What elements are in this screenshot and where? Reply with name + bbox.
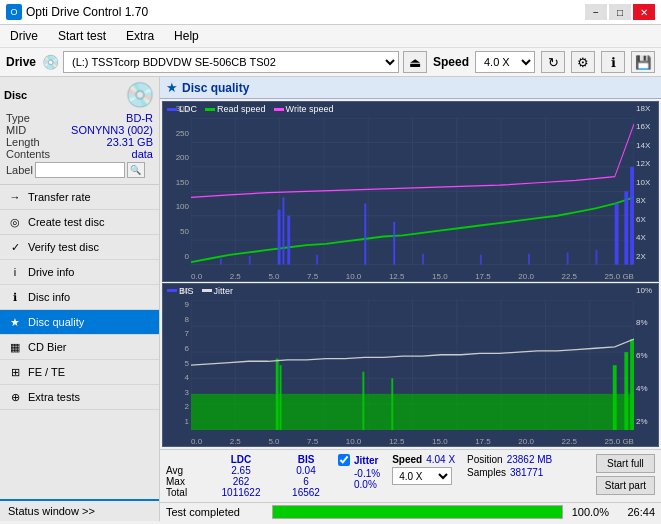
speed-select[interactable]: 4.0 X <box>392 467 452 485</box>
menu-start-test[interactable]: Start test <box>52 27 112 45</box>
type-label: Type <box>6 112 30 124</box>
sidebar: Disc 💿 Type BD-R MID SONYNN3 (002) Lengt… <box>0 77 160 521</box>
start-part-button[interactable]: Start part <box>596 476 655 495</box>
save-button[interactable]: 💾 <box>631 51 655 73</box>
svg-rect-23 <box>220 259 222 265</box>
close-button[interactable]: ✕ <box>633 4 655 20</box>
total-bis: 16562 <box>286 487 326 498</box>
ldc-chart: LDC Read speed Write speed 300 250 200 <box>162 101 659 282</box>
settings-button[interactable]: ⚙ <box>571 51 595 73</box>
svg-rect-51 <box>191 393 634 430</box>
extra-tests-icon: ⊕ <box>8 390 22 404</box>
svg-rect-58 <box>630 339 634 430</box>
disc-quality-icon: ★ <box>8 315 22 329</box>
nav-create-test-disc[interactable]: ◎ Create test disc <box>0 210 159 235</box>
svg-rect-30 <box>595 250 597 265</box>
verify-test-disc-icon: ✓ <box>8 240 22 254</box>
info-button[interactable]: ℹ <box>601 51 625 73</box>
svg-rect-26 <box>422 254 424 265</box>
avg-bis: 0.04 <box>286 465 326 476</box>
chart2-y-axis-right: 10% 8% 6% 4% 2% <box>634 284 658 428</box>
status-window-label: Status window >> <box>8 505 95 517</box>
samples-label: Samples <box>467 467 506 478</box>
nav-disc-info[interactable]: ℹ Disc info <box>0 285 159 310</box>
jitter-checkbox[interactable] <box>338 454 350 466</box>
nav-transfer-rate[interactable]: → Transfer rate <box>0 185 159 210</box>
drive-icon: 💿 <box>42 54 59 70</box>
length-value: 23.31 GB <box>107 136 153 148</box>
nav-drive-info[interactable]: i Drive info <box>0 260 159 285</box>
progress-bar <box>273 506 562 518</box>
app-icon: O <box>6 4 22 20</box>
nav-disc-quality-label: Disc quality <box>28 316 84 328</box>
refresh-button[interactable]: ↻ <box>541 51 565 73</box>
contents-label: Contents <box>6 148 50 160</box>
nav-cd-bier[interactable]: ▦ CD Bier <box>0 335 159 360</box>
nav-extra-tests[interactable]: ⊕ Extra tests <box>0 385 159 410</box>
ldc-legend-label: LDC <box>179 104 197 114</box>
nav-extra-tests-label: Extra tests <box>28 391 80 403</box>
menubar: Drive Start test Extra Help <box>0 25 661 48</box>
nav-fe-te[interactable]: ⊞ FE / TE <box>0 360 159 385</box>
chart1-y-axis-right: 18X 16X 14X 12X 10X 8X 6X 4X 2X <box>634 102 658 263</box>
mid-label: MID <box>6 124 26 136</box>
disc-info-icon: ℹ <box>8 290 22 304</box>
drive-dropdown[interactable]: (L:) TSSTcorp BDDVDW SE-506CB TS02 <box>63 51 399 73</box>
eject-button[interactable]: ⏏ <box>403 51 427 73</box>
titlebar: O Opti Drive Control 1.70 − □ ✕ <box>0 0 661 25</box>
create-test-disc-icon: ◎ <box>8 215 22 229</box>
chart2-legend: BIS Jitter <box>167 286 233 296</box>
chart2-inner <box>191 300 634 430</box>
max-bis: 6 <box>286 476 326 487</box>
toolbar: Drive 💿 (L:) TSSTcorp BDDVDW SE-506CB TS… <box>0 48 661 77</box>
label-search-button[interactable]: 🔍 <box>127 162 145 178</box>
svg-rect-20 <box>287 216 290 265</box>
speed-dropdown[interactable]: 4.0 X <box>475 51 535 73</box>
svg-rect-28 <box>528 254 530 265</box>
position-section: Position 23862 MB Samples 381771 <box>467 454 552 478</box>
start-full-button[interactable]: Start full <box>596 454 655 473</box>
svg-rect-55 <box>391 378 393 430</box>
position-label: Position <box>467 454 503 465</box>
max-jitter: 0.0% <box>354 479 380 490</box>
svg-rect-52 <box>276 358 279 430</box>
jitter-header: Jitter <box>354 455 378 466</box>
chart2-x-axis: 0.0 2.5 5.0 7.5 10.0 12.5 15.0 17.5 20.0… <box>191 437 634 446</box>
maximize-button[interactable]: □ <box>609 4 631 20</box>
svg-rect-32 <box>624 191 628 264</box>
minimize-button[interactable]: − <box>585 4 607 20</box>
fe-te-icon: ⊞ <box>8 365 22 379</box>
disc-header: Disc <box>4 89 27 101</box>
chart1-y-axis-left: 300 250 200 150 100 50 0 <box>163 102 191 263</box>
svg-rect-22 <box>393 222 395 265</box>
nav-verify-test-disc[interactable]: ✓ Verify test disc <box>0 235 159 260</box>
disc-icon: 💿 <box>125 81 155 109</box>
svg-rect-24 <box>249 256 251 265</box>
chart1-x-axis: 0.0 2.5 5.0 7.5 10.0 12.5 15.0 17.5 20.0… <box>191 272 634 281</box>
svg-rect-21 <box>364 204 366 265</box>
ldc-bis-table: LDC BIS Avg 2.65 0.04 Max 262 6 Total <box>166 454 326 498</box>
main-layout: Disc 💿 Type BD-R MID SONYNN3 (002) Lengt… <box>0 77 661 521</box>
svg-rect-54 <box>362 371 364 430</box>
nav-verify-test-disc-label: Verify test disc <box>28 241 99 253</box>
jitter-section: Jitter -0.1% 0.0% <box>338 454 380 490</box>
status-window[interactable]: Status window >> <box>0 499 159 521</box>
statusbar: Test completed 100.0% 26:44 <box>160 502 661 521</box>
svg-rect-53 <box>280 365 282 430</box>
drive-label: Drive <box>6 55 36 69</box>
label-input[interactable] <box>35 162 125 178</box>
avg-ldc: 2.65 <box>216 465 266 476</box>
svg-rect-56 <box>613 365 617 430</box>
svg-rect-25 <box>316 255 318 265</box>
status-text: Test completed <box>166 506 266 518</box>
time-text: 26:44 <box>615 506 655 518</box>
menu-help[interactable]: Help <box>168 27 205 45</box>
ldc-col-header: LDC <box>216 454 266 465</box>
nav-transfer-rate-label: Transfer rate <box>28 191 91 203</box>
menu-drive[interactable]: Drive <box>4 27 44 45</box>
svg-rect-29 <box>567 252 569 264</box>
app-title: Opti Drive Control 1.70 <box>26 5 148 19</box>
nav-disc-quality[interactable]: ★ Disc quality <box>0 310 159 335</box>
menu-extra[interactable]: Extra <box>120 27 160 45</box>
chart2-y-axis-left: 10 9 8 7 6 5 4 3 2 1 <box>163 284 191 428</box>
